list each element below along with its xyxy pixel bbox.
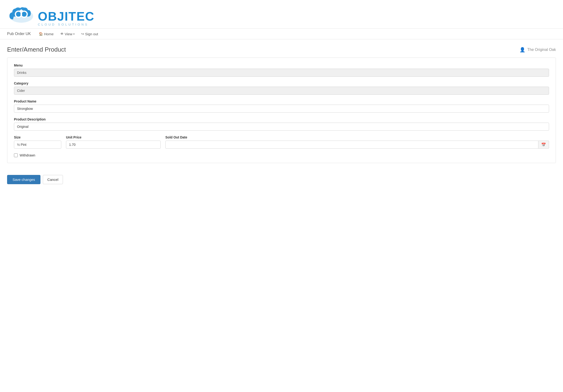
product-desc-label: Product Description (14, 118, 549, 121)
sold-out-date-col: Sold Out Date 📅 (165, 135, 549, 149)
unit-price-input[interactable] (66, 141, 161, 149)
logo-area: OBJITEC CLOUD SOLUTIONS (0, 0, 563, 28)
nav-view[interactable]: 👁 View ▾ (57, 28, 78, 39)
unit-price-label: Unit Price (66, 135, 161, 139)
navbar-site-name: Pub Order UK (7, 32, 31, 36)
size-price-date-row: Size Unit Price Sold Out Date 📅 (14, 135, 549, 149)
nav-home[interactable]: 🏠 Home (36, 28, 57, 39)
category-label: Category (14, 81, 549, 85)
size-col: Size (14, 135, 61, 149)
nav-home-label: Home (44, 32, 53, 36)
menu-value: Drinks (14, 69, 549, 77)
brand-name: OBJITEC (38, 10, 94, 23)
category-group: Category Cider (14, 81, 549, 95)
product-name-input[interactable] (14, 105, 549, 113)
caret-icon: ▾ (73, 33, 75, 35)
category-value: Cider (14, 87, 549, 95)
menu-label: Menu (14, 64, 549, 67)
home-icon: 🏠 (39, 32, 43, 36)
price-col: Unit Price (66, 135, 161, 149)
nav-view-label: View (65, 32, 72, 36)
size-input[interactable] (14, 141, 61, 149)
sold-out-date-input[interactable] (165, 141, 538, 149)
product-name-label: Product Name (14, 99, 549, 103)
nav-signout[interactable]: ↪ Sign out (78, 28, 102, 39)
menu-group: Menu Drinks (14, 64, 549, 77)
svg-rect-4 (21, 9, 22, 13)
signout-icon: ↪ (81, 32, 84, 36)
sold-out-date-label: Sold Out Date (165, 135, 549, 139)
logo-icon (7, 5, 36, 26)
product-desc-input[interactable] (14, 123, 549, 131)
eye-icon: 👁 (60, 32, 64, 36)
cancel-button[interactable]: Cancel (43, 175, 63, 184)
action-bar: Save changes Cancel (0, 170, 563, 191)
product-name-group: Product Name (14, 99, 549, 113)
product-desc-group: Product Description (14, 118, 549, 131)
page-header: Enter/Amend Product 👤 The Original Oak (0, 39, 563, 57)
withdrawn-checkbox[interactable] (14, 153, 18, 157)
user-info: 👤 The Original Oak (519, 47, 556, 52)
size-label: Size (14, 135, 61, 139)
user-name: The Original Oak (527, 48, 556, 52)
form-card: Menu Drinks Category Cider Product Name … (7, 57, 556, 163)
sold-out-date-group: 📅 (165, 141, 549, 149)
page-title: Enter/Amend Product (7, 46, 66, 53)
logo-text: OBJITEC CLOUD SOLUTIONS (38, 10, 94, 26)
withdrawn-row: Withdrawn (14, 153, 549, 157)
user-icon: 👤 (519, 47, 525, 52)
brand-sub: CLOUD SOLUTIONS (38, 23, 94, 26)
nav-signout-label: Sign out (85, 32, 98, 36)
save-button[interactable]: Save changes (7, 175, 40, 184)
withdrawn-label[interactable]: Withdrawn (20, 153, 35, 157)
calendar-button[interactable]: 📅 (538, 141, 549, 149)
calendar-icon: 📅 (541, 143, 546, 147)
navbar: Pub Order UK 🏠 Home 👁 View ▾ ↪ Sign out (0, 28, 563, 39)
